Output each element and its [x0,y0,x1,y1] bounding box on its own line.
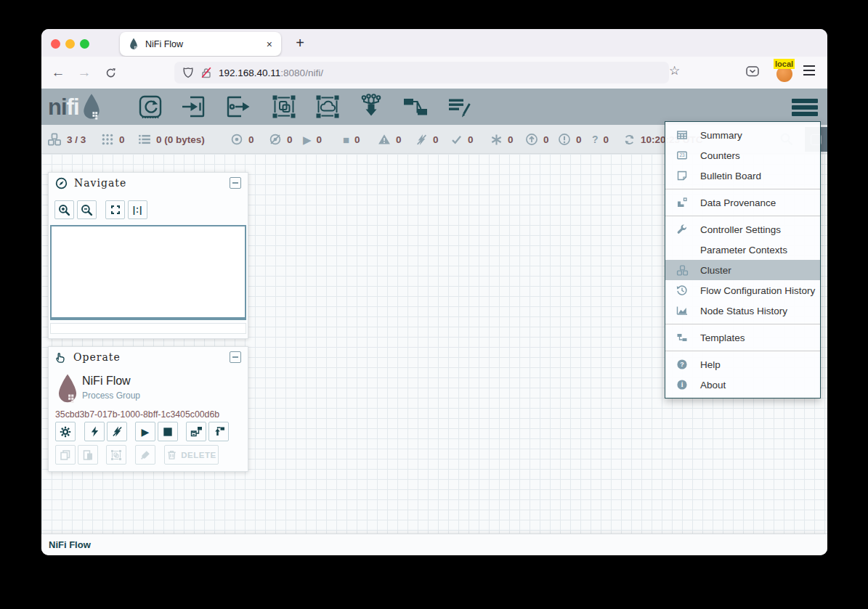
delete-label: DELETE [181,451,216,459]
menu-item-summary[interactable]: Summary [665,125,820,145]
close-window-button[interactable] [51,39,60,49]
menu-divider [665,324,820,324]
summary-table-icon [676,129,689,141]
area-chart-icon [676,305,689,316]
status-locally-modified: 0 [490,125,514,154]
insecure-lock-icon[interactable] [200,67,212,78]
bookmark-star-icon[interactable]: ☆ [669,63,680,78]
status-invalid: 0 [378,125,402,154]
start-button[interactable]: ▶ [135,422,155,441]
menu-item-counters[interactable]: 23 Counters [665,145,820,165]
save-template-button[interactable] [186,422,206,441]
zoom-fit-button[interactable] [105,200,125,219]
menu-item-templates[interactable]: Templates [665,327,820,348]
back-button[interactable]: ← [48,62,68,83]
svg-text:23: 23 [679,152,685,158]
info-icon: i [676,379,689,391]
navigate-header: Navigate [49,173,248,193]
menu-item-about[interactable]: i About [665,375,820,395]
profile-avatar[interactable]: local [772,59,798,85]
shield-icon[interactable] [182,67,194,79]
address-bar[interactable]: 192.168.40.11:8080/nifi/ [174,62,669,83]
forward-button: → [74,62,94,83]
funnel-draggable[interactable] [358,94,384,120]
breadcrumb-bar: NiFi Flow [41,534,827,555]
process-group-draggable[interactable] [271,94,297,120]
browser-menu-icon[interactable] [803,65,815,75]
reload-button[interactable] [100,62,121,83]
menu-item-flow-configuration-history[interactable]: Flow Configuration History [665,280,820,301]
status-sync-failure: ? 0 [592,125,609,154]
zoom-out-button[interactable] [77,200,97,219]
url-text[interactable]: 192.168.40.11:8080/nifi/ [219,68,323,78]
birdseye-strip [50,323,246,334]
menu-item-help[interactable]: ? Help [665,354,820,375]
breadcrumb[interactable]: NiFi Flow [49,539,91,550]
macos-traffic-lights[interactable] [51,39,89,49]
status-clustered-nodes: 3 / 3 [47,125,86,154]
nifi-logo: nifi [48,93,102,120]
minimize-window-button[interactable] [65,39,75,49]
operate-header: Operate [49,347,248,367]
global-menu: Summary 23 Counters Bulletin Board Data … [665,121,821,398]
menu-divider [665,216,820,216]
menu-item-node-status-history[interactable]: Node Status History [665,301,820,321]
status-total-queued: 0 (0 bytes) [138,125,205,154]
label-draggable[interactable] [447,94,473,120]
global-menu-button[interactable] [792,99,818,116]
hand-pointer-icon [55,351,67,364]
operate-title: Operate [73,351,121,363]
profile-badge: local [774,59,795,69]
menu-item-parameter-contexts[interactable]: Parameter Contexts [665,240,820,260]
status-active-threads: 0 [101,125,125,154]
browser-tab-bar: NiFi Flow × + [41,29,827,57]
configuration-button[interactable] [55,422,76,441]
menu-divider [665,189,820,189]
group-button [106,445,126,465]
status-not-transmitting: 0 [269,125,293,154]
menu-item-bulletin-board[interactable]: Bulletin Board [665,165,820,186]
browser-url-row: ← → 192.168.40.11:8080/nifi/ ☆ local [41,57,827,89]
menu-item-cluster[interactable]: Cluster [665,260,820,280]
nifi-favicon [129,38,139,50]
collapse-navigate-button[interactable] [230,177,241,189]
status-stopped: ■ 0 [343,125,360,154]
selected-component-id[interactable]: 35cbd3b7-017b-1000-8bff-1c3405c00d6b [55,409,219,420]
upload-template-button[interactable] [208,422,229,441]
processor-draggable[interactable] [137,94,163,120]
selected-component-type: Process Group [82,391,140,401]
tab-title: NiFi Flow [145,39,267,49]
menu-item-controller-settings[interactable]: Controller Settings [665,219,820,240]
status-stale: 0 [525,125,549,154]
pocket-icon[interactable] [745,65,760,78]
template-draggable[interactable] [402,94,429,120]
svg-text:?: ? [680,361,684,368]
tab-close-icon[interactable]: × [267,38,272,50]
browser-tab[interactable]: NiFi Flow × [120,32,281,56]
new-tab-button[interactable]: + [289,32,311,54]
process-group-drop-icon [56,373,79,404]
status-up-to-date: 0 [450,125,474,154]
nifi-component-toolbar: nifi [41,89,827,125]
compass-icon [55,177,68,189]
selected-component-name: NiFi Flow [82,375,131,388]
remote-process-group-draggable[interactable] [315,94,341,120]
output-port-draggable[interactable] [224,94,251,120]
status-locally-modified-and-stale: 0 [558,125,582,154]
status-running: ▶ 0 [303,125,322,154]
menu-item-data-provenance[interactable]: Data Provenance [665,192,820,213]
zoom-actual-size-button[interactable]: |:| [128,200,147,219]
nifi-drop-icon [81,93,102,120]
data-provenance-icon [676,197,689,208]
input-port-draggable[interactable] [181,94,207,120]
disable-button[interactable] [107,422,127,441]
svg-text:i: i [681,381,684,388]
enable-button[interactable] [84,422,105,441]
operate-palette: Operate NiFi Flow Process Group 35cbd3b7… [48,346,248,472]
birdseye-minimap[interactable] [50,225,246,320]
bulletin-board-icon [676,170,689,181]
collapse-operate-button[interactable] [230,351,241,363]
zoom-in-button[interactable] [54,200,74,219]
stop-button[interactable] [158,422,178,441]
zoom-window-button[interactable] [80,39,89,49]
